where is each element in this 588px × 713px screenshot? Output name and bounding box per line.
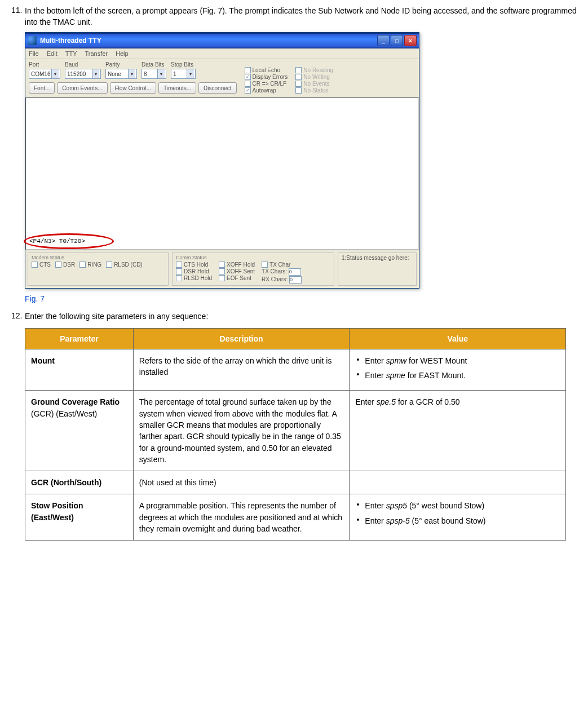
step-12-text: Enter the following site parameters in a… (25, 311, 577, 322)
menu-help[interactable]: Help (116, 50, 129, 57)
stopbits-label: Stop Bits (171, 61, 196, 68)
param-mount: Mount (25, 349, 134, 391)
comm-status-box: Comm Status CTS Hold DSR Hold RLSD Hold … (172, 253, 334, 286)
param-gcr-ns: GCR (North/South) (25, 471, 134, 494)
tx-char-check: TX Char (262, 262, 302, 268)
port-combo[interactable]: COM16 (29, 69, 60, 79)
step-11: 11. In the bottom left of the screen, a … (11, 6, 577, 28)
menu-transfer[interactable]: Transfer (85, 50, 108, 57)
menu-file[interactable]: File (29, 50, 39, 57)
value-mount: Enter spmw for WEST Mount Enter spme for… (350, 349, 566, 391)
titlebar: Multi-threaded TTY _ □ × (25, 33, 419, 48)
table-row: Ground Coverage Ratio (GCR) (East/West) … (25, 391, 566, 471)
header-value: Value (350, 328, 566, 349)
baud-label: Baud (65, 61, 101, 68)
databits-group: Data Bits 8 (142, 61, 166, 79)
close-button[interactable]: × (404, 35, 417, 46)
desc-mount: Refers to the side of the array on which… (133, 349, 350, 391)
table-row: Stow Position (East/West) A programmable… (25, 494, 566, 541)
xoff-sent-check: XOFF Sent (219, 268, 255, 274)
parity-combo[interactable]: None (105, 69, 137, 79)
no-writing-check: No Writing (295, 74, 333, 80)
status-message-text: 1:Status message go here: (342, 255, 409, 261)
menubar: File Edit TTY Transfer Help (25, 48, 419, 59)
figure-7-container: Multi-threaded TTY _ □ × File Edit TTY T… (25, 32, 577, 289)
step-12-number: 12. (11, 311, 25, 320)
value-gcr-ew: Enter spe.5 for a GCR of 0.50 (350, 391, 566, 471)
rx-chars-row: RX Chars: 0 (262, 276, 302, 284)
desc-stow: A programmable position. This represents… (133, 494, 350, 541)
tx-chars-value: 0 (289, 268, 301, 276)
menu-edit[interactable]: Edit (47, 50, 58, 57)
rlsd-check: RLSD (CD) (106, 262, 143, 268)
header-description: Description (133, 328, 350, 349)
stopbits-combo[interactable]: 1 (171, 69, 196, 79)
window-buttons: _ □ × (377, 35, 417, 46)
autowrap-check[interactable]: ✓Autowrap (245, 87, 288, 94)
baud-combo[interactable]: 115200 (65, 69, 101, 79)
cr-crlf-check[interactable]: CR => CR/LF (245, 81, 288, 87)
toolbar-buttons: Font... Comm Events... Flow Control... T… (29, 82, 237, 94)
modem-status-box: Modem Status CTS DSR RING RLSD (CD) (28, 253, 169, 286)
rx-chars-value: 0 (289, 276, 302, 284)
figure-7-caption: Fig. 7 (25, 294, 577, 303)
flow-control-button[interactable]: Flow Control... (110, 82, 156, 94)
param-gcr-ew: Ground Coverage Ratio (GCR) (East/West) (25, 391, 134, 471)
parity-label: Parity (105, 61, 137, 68)
app-icon (28, 36, 37, 45)
minimize-button[interactable]: _ (377, 35, 390, 46)
no-events-check: No Events (295, 81, 333, 87)
baud-group: Baud 115200 (65, 61, 101, 79)
comm-status-header: Comm Status (176, 255, 330, 260)
table-header-row: Parameter Description Value (25, 328, 566, 349)
font-button[interactable]: Font... (29, 82, 55, 94)
terminal-body[interactable]: <P4/N3> T0/T20> (25, 98, 419, 250)
parity-group: Parity None (105, 61, 137, 79)
checks-right: No Reading No Writing No Events No Statu… (295, 67, 333, 94)
step-11-text: In the bottom left of the screen, a prom… (25, 6, 577, 28)
table-row: Mount Refers to the side of the array on… (25, 349, 566, 391)
value-stow: Enter spsp5 (5° west bound Stow) Enter s… (350, 494, 566, 541)
xoff-hold-check: XOFF Hold (219, 262, 255, 268)
ring-check: RING (79, 262, 101, 268)
step-11-number: 11. (11, 6, 25, 15)
cts-check: CTS (32, 262, 51, 268)
desc-gcr-ns: (Not used at this time) (133, 471, 350, 494)
tx-chars-row: TX Chars: 0 (262, 268, 302, 276)
status-message-box: 1:Status message go here: (338, 253, 417, 286)
step-12: 12. Enter the following site parameters … (11, 311, 577, 322)
tty-app-window: Multi-threaded TTY _ □ × File Edit TTY T… (25, 32, 419, 289)
desc-gcr-ew: The percentage of total ground surface t… (133, 391, 350, 471)
statusbar: Modem Status CTS DSR RING RLSD (CD) Comm… (25, 250, 419, 288)
no-status-check: No Status (295, 87, 333, 94)
display-errors-check[interactable]: ✓Display Errors (245, 74, 288, 80)
local-echo-check[interactable]: Local Echo (245, 67, 288, 73)
port-label: Port (29, 61, 60, 68)
databits-label: Data Bits (142, 61, 166, 68)
timeouts-button[interactable]: Timeouts... (158, 82, 196, 94)
comm-events-button[interactable]: Comm Events... (57, 82, 107, 94)
port-group: Port COM16 (29, 61, 60, 79)
eof-sent-check: EOF Sent (219, 275, 255, 281)
toolbar: Port COM16 Baud 115200 Parity None Data … (25, 59, 419, 98)
window-title: Multi-threaded TTY (40, 37, 377, 45)
databits-combo[interactable]: 8 (142, 69, 166, 79)
terminal-prompt: <P4/N3> T0/T20> (29, 238, 85, 245)
header-parameter: Parameter (25, 328, 134, 349)
value-gcr-ns (350, 471, 566, 494)
parameters-table: Parameter Description Value Mount Refers… (25, 328, 566, 541)
dsr-hold-check: DSR Hold (176, 268, 212, 274)
param-stow: Stow Position (East/West) (25, 494, 134, 541)
table-row: GCR (North/South) (Not used at this time… (25, 471, 566, 494)
stopbits-group: Stop Bits 1 (171, 61, 196, 79)
menu-tty[interactable]: TTY (65, 50, 77, 57)
rlsd-hold-check: RLSD Hold (176, 275, 212, 281)
cts-hold-check: CTS Hold (176, 262, 212, 268)
no-reading-check: No Reading (295, 67, 333, 73)
maximize-button[interactable]: □ (391, 35, 403, 46)
dsr-check: DSR (55, 262, 75, 268)
checks-left: Local Echo ✓Display Errors CR => CR/LF ✓… (245, 67, 288, 94)
disconnect-button[interactable]: Disconnect (198, 82, 236, 94)
modem-status-header: Modem Status (32, 255, 165, 260)
